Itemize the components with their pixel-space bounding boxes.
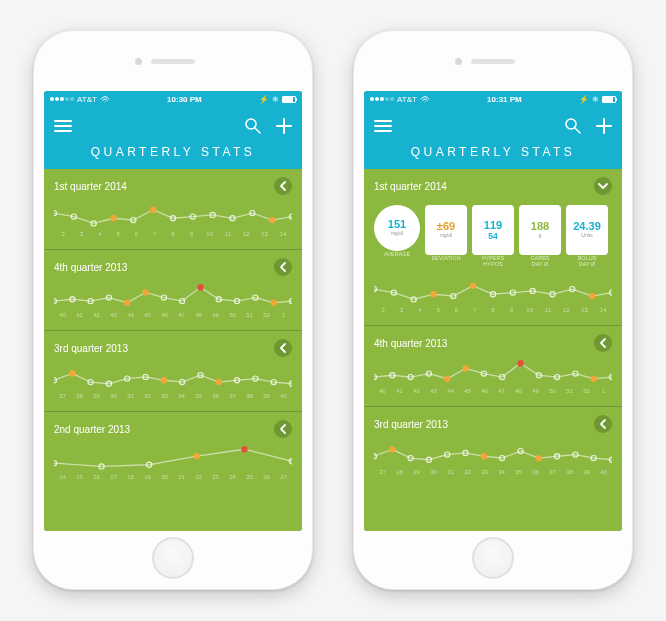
sparkline-chart <box>374 356 612 386</box>
quarter-section[interactable]: 1st quarter 2014 151mg/dl AVERAGE ±69mg/… <box>364 169 622 326</box>
svg-point-47 <box>242 447 247 452</box>
sparkline-chart <box>54 361 292 391</box>
quarter-label: 1st quarter 2014 <box>374 181 447 192</box>
search-icon[interactable] <box>244 117 262 135</box>
sparkline-chart <box>374 275 612 305</box>
clock: 10:31 PM <box>487 95 522 104</box>
sparkline-chart <box>54 199 292 229</box>
quarter-section[interactable]: 4th quarter 2013 40414243444546474849505… <box>44 250 302 331</box>
phone-frame-right: AT&T 10:31 PM ⚡ ✱ <box>353 30 633 590</box>
content-scroll[interactable]: 1st quarter 2014 234567891011121314 4th … <box>44 169 302 531</box>
quarter-label: 4th quarter 2013 <box>54 262 127 273</box>
carrier-label: AT&T <box>397 95 417 104</box>
week-axis: 234567891011121314 <box>54 229 292 237</box>
stat-card[interactable]: 151mg/dl AVERAGE <box>374 205 420 267</box>
quarter-label: 4th quarter 2013 <box>374 338 447 349</box>
carrier-label: AT&T <box>77 95 97 104</box>
battery-icon <box>282 96 296 103</box>
svg-point-20 <box>143 290 148 295</box>
svg-point-68 <box>445 376 450 381</box>
signal-dots <box>370 97 394 101</box>
bluetooth-icon: ⚡ <box>259 95 269 104</box>
svg-point-38 <box>216 379 221 384</box>
quarter-section[interactable]: 3rd quarter 2013 27282930313233343536373… <box>364 407 622 487</box>
chevron-down-icon[interactable] <box>594 177 612 195</box>
quarter-label: 2nd quarter 2013 <box>54 424 130 435</box>
week-axis: 2728293031323334353637383940 <box>54 391 292 399</box>
plus-icon[interactable] <box>276 118 292 134</box>
svg-point-46 <box>194 454 199 459</box>
svg-point-30 <box>70 371 75 376</box>
quarter-section[interactable]: 1st quarter 2014 234567891011121314 <box>44 169 302 250</box>
week-axis: 404142434445464748495051521 <box>374 386 612 394</box>
signal-dots <box>50 97 74 101</box>
sparkline-chart <box>54 442 292 472</box>
svg-point-5 <box>111 216 116 221</box>
search-icon[interactable] <box>564 117 582 135</box>
svg-point-56 <box>471 283 476 288</box>
quarter-section[interactable]: 2nd quarter 2013 14151617181920212223242… <box>44 412 302 492</box>
battery-icon <box>602 96 616 103</box>
sparkline-chart <box>54 280 292 310</box>
quarter-label: 3rd quarter 2013 <box>54 343 128 354</box>
app-header: QUARTERLY STATS <box>364 107 622 169</box>
quarter-section[interactable]: 3rd quarter 2013 27282930313233343536373… <box>44 331 302 412</box>
quarter-label: 1st quarter 2014 <box>54 181 127 192</box>
wifi-icon <box>420 95 430 103</box>
app-header: QUARTERLY STATS <box>44 107 302 169</box>
status-bar: AT&T 10:30 PM ⚡ ✱ <box>44 91 302 107</box>
week-axis: 2728293031323334353637383940 <box>374 467 612 475</box>
stat-cards-row[interactable]: 151mg/dl AVERAGE ±69mg/dl DEVIATION 1195… <box>374 199 612 275</box>
chevron-left-icon[interactable] <box>274 420 292 438</box>
svg-point-54 <box>431 292 436 297</box>
week-axis: 1415161718192021222324252627 <box>54 472 292 480</box>
bluetooth-icon: ⚡ <box>579 95 589 104</box>
clock: 10:30 PM <box>167 95 202 104</box>
page-title: QUARTERLY STATS <box>374 139 612 161</box>
stat-card[interactable]: 188g CARBS DAY Ø <box>519 205 561 267</box>
bt2-icon: ✱ <box>272 95 279 104</box>
sparkline-chart <box>374 437 612 467</box>
content-scroll[interactable]: 1st quarter 2014 151mg/dl AVERAGE ±69mg/… <box>364 169 622 531</box>
week-axis: 404142434445464748495051521 <box>54 310 292 318</box>
chevron-left-icon[interactable] <box>274 339 292 357</box>
svg-line-50 <box>575 128 580 133</box>
page-title: QUARTERLY STATS <box>54 139 292 161</box>
svg-point-79 <box>390 447 395 452</box>
svg-point-35 <box>161 378 166 383</box>
svg-point-62 <box>590 294 595 299</box>
svg-line-1 <box>255 128 260 133</box>
menu-icon[interactable] <box>54 119 72 133</box>
svg-point-76 <box>591 376 596 381</box>
bt2-icon: ✱ <box>592 95 599 104</box>
chevron-left-icon[interactable] <box>594 334 612 352</box>
status-bar: AT&T 10:31 PM ⚡ ✱ <box>364 91 622 107</box>
phone-frame-left: AT&T 10:30 PM ⚡ ✱ <box>33 30 313 590</box>
screen: AT&T 10:30 PM ⚡ ✱ <box>44 91 302 531</box>
quarter-section[interactable]: 4th quarter 2013 40414243444546474849505… <box>364 326 622 407</box>
quarter-label: 3rd quarter 2013 <box>374 419 448 430</box>
plus-icon[interactable] <box>596 118 612 134</box>
stat-card[interactable]: ±69mg/dl DEVIATION <box>425 205 467 267</box>
svg-point-7 <box>151 207 156 212</box>
svg-point-84 <box>481 454 486 459</box>
stat-card[interactable]: 24.39Units BOLUS DAY Ø <box>566 205 608 267</box>
screen: AT&T 10:31 PM ⚡ ✱ <box>364 91 622 531</box>
svg-point-27 <box>271 300 276 305</box>
svg-point-19 <box>125 300 130 305</box>
svg-point-69 <box>463 366 468 371</box>
svg-point-87 <box>536 456 541 461</box>
wifi-icon <box>100 95 110 103</box>
svg-point-72 <box>518 361 523 366</box>
svg-point-13 <box>270 217 275 222</box>
chevron-left-icon[interactable] <box>594 415 612 433</box>
home-button[interactable] <box>152 537 194 579</box>
chevron-left-icon[interactable] <box>274 177 292 195</box>
week-axis: 234567891011121314 <box>374 305 612 313</box>
svg-point-23 <box>198 285 203 290</box>
stat-card[interactable]: 11954 HYPERS HYPOS <box>472 205 514 267</box>
chevron-left-icon[interactable] <box>274 258 292 276</box>
menu-icon[interactable] <box>374 119 392 133</box>
home-button[interactable] <box>472 537 514 579</box>
